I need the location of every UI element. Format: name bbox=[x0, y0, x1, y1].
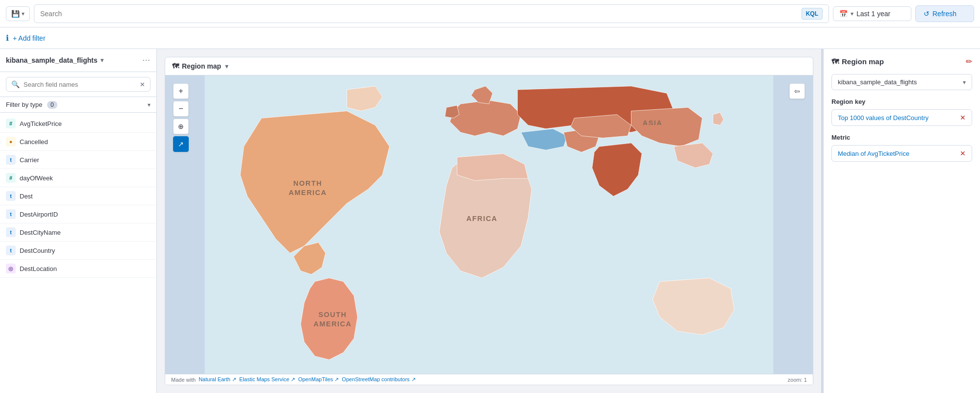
kql-badge[interactable]: KQL bbox=[802, 8, 823, 20]
filter-bar: ℹ + Add filter bbox=[0, 27, 980, 49]
openstreetmap-link[interactable]: OpenStreetMap contributors ↗ bbox=[342, 376, 415, 383]
field-list: #AvgTicketPrice●CancelledtCarrier#dayOfW… bbox=[0, 113, 156, 393]
region-key-remove-icon[interactable]: ✕ bbox=[960, 114, 966, 122]
calendar-icon: 📅 bbox=[839, 10, 848, 18]
search-input[interactable] bbox=[40, 10, 802, 18]
natural-earth-link[interactable]: Natural Earth ↗ bbox=[199, 376, 236, 383]
filter-type-count: 0 bbox=[47, 101, 57, 109]
index-name[interactable]: kibana_sample_data_flights ▾ bbox=[6, 56, 103, 64]
datasource-selector[interactable]: kibana_sample_data_flights ▾ bbox=[831, 74, 972, 90]
refresh-label: Refresh bbox=[932, 10, 956, 18]
field-type-icon-number: # bbox=[6, 173, 16, 183]
locate-button[interactable]: ⊕ bbox=[173, 119, 189, 134]
field-item[interactable]: ●Cancelled bbox=[0, 133, 156, 151]
zoom-out-button[interactable]: − bbox=[173, 101, 189, 117]
region-key-label: Region key bbox=[831, 98, 972, 105]
field-item[interactable]: tDest bbox=[0, 187, 156, 205]
chevron-down-icon: ▾ bbox=[22, 10, 25, 17]
field-type-icon-text: t bbox=[6, 155, 16, 165]
right-panel-header: 🗺 Region map ✏ bbox=[831, 57, 972, 66]
clear-search-icon[interactable]: ✕ bbox=[140, 81, 145, 88]
sidebar-search: 🔍 ✕ bbox=[0, 72, 156, 97]
world-map-svg: NORTH AMERICA AFRICA ASIA SOUTH AMERICA bbox=[165, 75, 813, 374]
filter-type-bar[interactable]: Filter by type 0 ▾ bbox=[0, 97, 156, 113]
field-name: DestCountry bbox=[20, 247, 55, 254]
map-container: + − ⊕ ↗ ⇦ bbox=[165, 75, 813, 374]
save-icon: 💾 bbox=[11, 10, 20, 18]
field-type-icon-text: t bbox=[6, 209, 16, 219]
index-chevron-icon: ▾ bbox=[101, 57, 103, 64]
sidebar-header: kibana_sample_data_flights ▾ ··· bbox=[0, 49, 156, 72]
metric-label: Metric bbox=[831, 134, 972, 141]
filter-type-chevron-icon: ▾ bbox=[148, 101, 151, 108]
field-name: DestLocation bbox=[20, 265, 57, 272]
right-panel-title-label: Region map bbox=[842, 57, 884, 66]
search-bar: KQL bbox=[34, 4, 829, 23]
time-picker[interactable]: 📅 ▾ Last 1 year bbox=[833, 6, 911, 21]
field-type-icon-boolean: ● bbox=[6, 137, 16, 147]
field-name: Cancelled bbox=[20, 138, 48, 146]
svg-text:AMERICA: AMERICA bbox=[289, 189, 327, 196]
field-type-icon-number: # bbox=[6, 119, 16, 128]
field-type-icon-text: t bbox=[6, 191, 16, 201]
field-name: dayOfWeek bbox=[20, 174, 53, 182]
refresh-icon: ↺ bbox=[924, 10, 930, 18]
sidebar-search-inner: 🔍 ✕ bbox=[6, 77, 151, 92]
svg-text:SOUTH: SOUTH bbox=[319, 311, 347, 319]
map-footer: Made with Natural Earth ↗ Elastic Maps S… bbox=[165, 374, 813, 385]
field-item[interactable]: tDestAirportID bbox=[0, 205, 156, 223]
add-filter-button[interactable]: + Add filter bbox=[13, 34, 46, 42]
expand-button[interactable]: ↗ bbox=[173, 136, 189, 152]
elastic-maps-link[interactable]: Elastic Maps Service ↗ bbox=[239, 376, 295, 383]
field-item[interactable]: #dayOfWeek bbox=[0, 169, 156, 187]
sidebar: kibana_sample_data_flights ▾ ··· 🔍 ✕ Fil… bbox=[0, 49, 157, 393]
index-selector[interactable]: 💾 ▾ bbox=[6, 6, 30, 21]
openmaptiles-link[interactable]: OpenMapTiles ↗ bbox=[298, 376, 339, 383]
map-panel-title: 🗺 Region map bbox=[172, 62, 221, 70]
region-key-value: Top 1000 values of DestCountry bbox=[838, 114, 929, 122]
field-item[interactable]: tDestCountry bbox=[0, 242, 156, 260]
metric-pill: Median of AvgTicketPrice ✕ bbox=[831, 145, 972, 162]
svg-text:NORTH: NORTH bbox=[293, 179, 322, 187]
datasource-chevron-icon: ▾ bbox=[963, 79, 966, 86]
calendar-chevron-icon: ▾ bbox=[851, 10, 854, 17]
metric-remove-icon[interactable]: ✕ bbox=[960, 149, 966, 157]
field-name: AvgTicketPrice bbox=[20, 120, 62, 127]
field-item[interactable]: tCarrier bbox=[0, 151, 156, 169]
right-panel: 🗺 Region map ✏ kibana_sample_data_flight… bbox=[823, 49, 980, 393]
right-panel-title: 🗺 Region map bbox=[831, 57, 884, 66]
field-name: DestAirportID bbox=[20, 211, 58, 218]
map-controls: + − ⊕ ↗ bbox=[173, 83, 189, 152]
field-item[interactable]: #AvgTicketPrice bbox=[0, 115, 156, 133]
map-panel-header: 🗺 Region map ▾ bbox=[165, 57, 813, 75]
zoom-in-button[interactable]: + bbox=[173, 83, 189, 99]
field-type-icon-text: t bbox=[6, 227, 16, 237]
field-type-icon-text: t bbox=[6, 246, 16, 255]
field-item[interactable]: tDestCityName bbox=[0, 223, 156, 242]
svg-text:AFRICA: AFRICA bbox=[466, 215, 497, 222]
map-panel-chevron-icon[interactable]: ▾ bbox=[225, 62, 228, 70]
svg-text:AMERICA: AMERICA bbox=[314, 320, 352, 328]
field-search-input[interactable] bbox=[24, 81, 136, 88]
options-icon[interactable]: ··· bbox=[143, 56, 151, 65]
refresh-button[interactable]: ↺ Refresh bbox=[915, 5, 974, 22]
map-title-icon: 🗺 bbox=[172, 62, 179, 70]
attribution-text: Made with bbox=[171, 377, 196, 383]
field-name: Carrier bbox=[20, 156, 39, 164]
region-key-section: Region key Top 1000 values of DestCountr… bbox=[831, 98, 972, 126]
field-name: DestCityName bbox=[20, 229, 61, 236]
index-name-label: kibana_sample_data_flights bbox=[6, 56, 98, 64]
svg-text:ASIA: ASIA bbox=[643, 119, 662, 127]
field-type-icon-geo: ◎ bbox=[6, 264, 16, 273]
time-label: Last 1 year bbox=[856, 10, 890, 18]
field-item[interactable]: ◎DestLocation bbox=[0, 260, 156, 278]
metric-value: Median of AvgTicketPrice bbox=[838, 150, 909, 157]
map-attribution: Made with Natural Earth ↗ Elastic Maps S… bbox=[171, 376, 416, 383]
right-panel-map-icon: 🗺 bbox=[831, 57, 839, 66]
metric-section: Metric Median of AvgTicketPrice ✕ bbox=[831, 134, 972, 162]
zoom-level: zoom: 1 bbox=[788, 377, 807, 383]
collapse-button[interactable]: ⇦ bbox=[789, 83, 805, 99]
main-content: kibana_sample_data_flights ▾ ··· 🔍 ✕ Fil… bbox=[0, 49, 980, 393]
region-key-pill: Top 1000 values of DestCountry ✕ bbox=[831, 109, 972, 126]
edit-icon[interactable]: ✏ bbox=[966, 57, 972, 66]
